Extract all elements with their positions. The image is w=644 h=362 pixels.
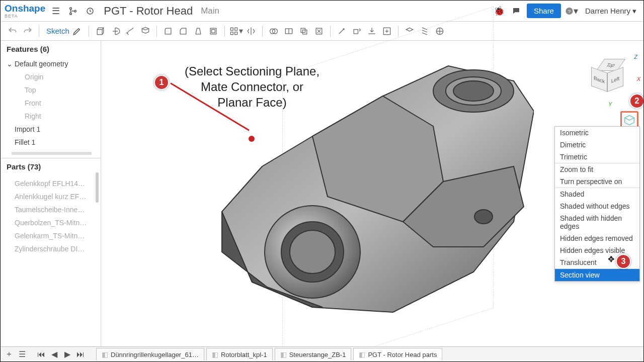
branch-icon[interactable]: [66, 5, 79, 18]
part-item[interactable]: Gelenkarm_TS-Mitn…: [1, 229, 101, 242]
view-menu-zoom-fit[interactable]: Zoom to fit: [555, 163, 639, 175]
svg-rect-10: [235, 28, 237, 30]
svg-point-28: [474, 210, 493, 224]
revolve-tool[interactable]: [108, 25, 122, 38]
document-title: PGT - Rotor Head: [104, 5, 193, 18]
svg-point-1: [70, 13, 72, 15]
view-cube[interactable]: Top Back Left Z X Y: [588, 56, 633, 101]
bug-icon[interactable]: 🐞: [493, 5, 506, 18]
part-item[interactable]: Taumelscheibe-Inne…: [1, 203, 101, 216]
redo-button[interactable]: [21, 25, 35, 38]
share-button[interactable]: Share: [527, 4, 561, 18]
view-menu-shaded[interactable]: Shaded: [555, 188, 639, 200]
tab-1[interactable]: ◧Rotorblatt_kpl-1: [206, 348, 273, 360]
part-item[interactable]: Anlenkkugel kurz EF…: [1, 190, 101, 203]
view-menu-isometric[interactable]: Isometric: [555, 127, 639, 139]
help-icon[interactable]: ?▾: [565, 5, 578, 18]
mirror-tool[interactable]: [244, 25, 258, 38]
tree-item-right[interactable]: Right: [1, 110, 101, 123]
tab-first-button[interactable]: ⏮: [36, 349, 47, 360]
axis-x: X: [637, 76, 640, 82]
parts-panel: Parts (73) Gelenkkopf EFLH14… Anlenkkuge…: [1, 158, 101, 346]
svg-point-0: [70, 7, 72, 9]
view-menu-shaded-hidden[interactable]: Shaded with hidden edges: [555, 212, 639, 232]
part-item[interactable]: Querbolzen_TS-Mitn…: [1, 216, 101, 229]
sketch-button[interactable]: Sketch: [43, 27, 85, 36]
svg-rect-7: [210, 28, 216, 34]
part-item[interactable]: Zylinderschraube DI…: [1, 242, 101, 255]
menu-icon[interactable]: ☰: [49, 5, 62, 18]
tree-root-default-geometry[interactable]: ⌄Default geometry: [1, 57, 101, 70]
scrollbar[interactable]: [96, 172, 99, 203]
tab-list-button[interactable]: ☰: [17, 349, 28, 360]
delete-tool[interactable]: [312, 25, 326, 38]
tree-item-import[interactable]: Import 1: [1, 123, 101, 136]
tree-item-fillet[interactable]: Fillet 1: [1, 136, 101, 149]
parts-header: Parts (73): [1, 158, 101, 175]
svg-rect-11: [230, 32, 233, 34]
comments-icon[interactable]: [510, 5, 523, 18]
pattern-tool[interactable]: ▾: [229, 25, 243, 38]
tab-3[interactable]: ◧PGT - Rotor Head parts: [353, 348, 442, 360]
modify-tool[interactable]: [335, 25, 349, 38]
arrow-endpoint: [249, 136, 255, 142]
mate-connector-tool[interactable]: [433, 25, 447, 38]
feature-rollback-bar[interactable]: [12, 152, 92, 155]
svg-rect-9: [230, 28, 233, 30]
split-tool[interactable]: [282, 25, 296, 38]
tree-item-front[interactable]: Front: [1, 97, 101, 110]
sidebar: Features (6) ⌄Default geometry Origin To…: [1, 41, 101, 346]
part-studio-icon: ◧: [212, 350, 218, 358]
shell-tool[interactable]: [206, 25, 220, 38]
loft-tool[interactable]: [138, 25, 152, 38]
callout-1: 1: [154, 75, 169, 90]
svg-rect-16: [301, 28, 305, 32]
helix-tool[interactable]: [418, 25, 432, 38]
plane-tool[interactable]: [403, 25, 417, 38]
axis-y: Y: [608, 101, 612, 107]
draft-tool[interactable]: [191, 25, 205, 38]
graphics-canvas[interactable]: (Select Sectioning Plane, Mate Connector…: [101, 41, 643, 346]
view-menu-dimetric[interactable]: Dimetric: [555, 139, 639, 151]
branch-name[interactable]: Main: [201, 6, 219, 16]
undo-button[interactable]: [6, 25, 20, 38]
part-studio-icon: ◧: [359, 350, 365, 358]
sweep-tool[interactable]: [123, 25, 137, 38]
part-item[interactable]: Gelenkkopf EFLH14…: [1, 177, 101, 190]
import-tool[interactable]: [365, 25, 379, 38]
part-studio-icon: ◧: [280, 350, 287, 358]
part-studio-icon: ◧: [102, 350, 108, 358]
tab-next-button[interactable]: ▶: [62, 349, 73, 360]
feature-tree: ⌄Default geometry Origin Top Front Right…: [1, 57, 101, 158]
view-menu-hidden-removed[interactable]: Hidden edges removed: [555, 232, 639, 244]
toolbar: Sketch ▾: [1, 22, 643, 41]
user-menu[interactable]: Darren Henry▾: [582, 7, 639, 16]
callout-2: 2: [629, 94, 644, 109]
view-menu-shaded-no-edges[interactable]: Shaded without edges: [555, 200, 639, 212]
tree-item-origin[interactable]: Origin: [1, 70, 101, 83]
svg-point-2: [74, 10, 76, 12]
features-header: Features (6): [1, 41, 101, 57]
svg-rect-6: [97, 29, 102, 34]
view-menu-trimetric[interactable]: Trimetric: [555, 151, 639, 163]
svg-rect-19: [354, 29, 358, 33]
transform-tool[interactable]: [297, 25, 311, 38]
tab-prev-button[interactable]: ◀: [49, 349, 60, 360]
derived-tool[interactable]: [380, 25, 394, 38]
boolean-tool[interactable]: [267, 25, 281, 38]
app-header: Onshape BETA ☰ PGT - Rotor Head Main 🐞 S…: [1, 1, 643, 22]
extrude-tool[interactable]: [93, 25, 107, 38]
tab-last-button[interactable]: ⏭: [75, 349, 86, 360]
tab-2[interactable]: ◧Steuerstange_ZB-1: [275, 348, 352, 360]
fillet-tool[interactable]: [161, 25, 175, 38]
callout-3: 3: [616, 254, 631, 269]
view-menu-perspective[interactable]: Turn perspective on: [555, 175, 639, 188]
history-icon[interactable]: [84, 5, 97, 18]
tab-0[interactable]: ◧Dünnringrillenkugellager_61…: [96, 348, 204, 360]
move-face-tool[interactable]: [350, 25, 364, 38]
add-tab-button[interactable]: ＋: [4, 349, 15, 360]
tree-item-top[interactable]: Top: [1, 83, 101, 97]
chamfer-tool[interactable]: [176, 25, 190, 38]
view-menu-section-view[interactable]: Section view: [555, 269, 639, 281]
logo-beta: BETA: [5, 14, 45, 19]
